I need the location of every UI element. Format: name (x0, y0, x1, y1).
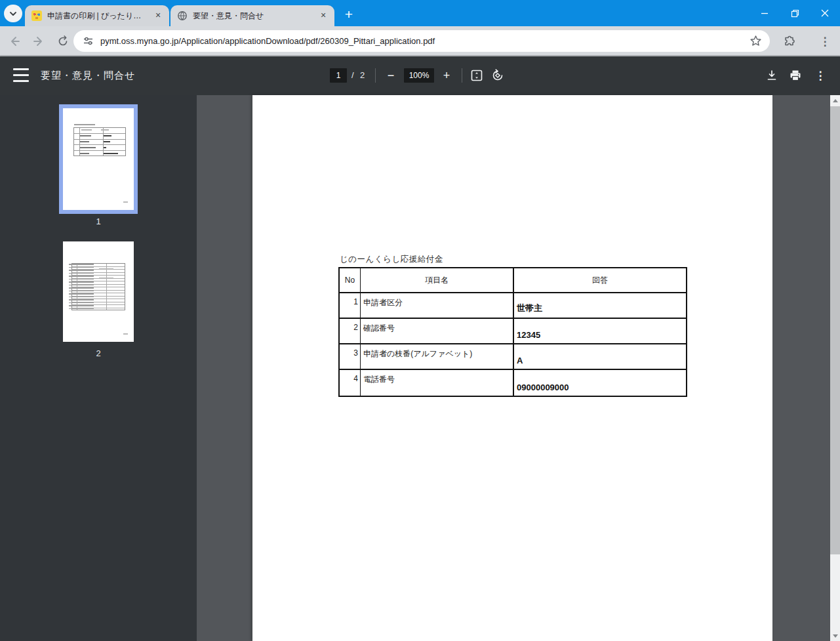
table-row-no: 1 (340, 293, 361, 319)
table-row-item: 確認番号 (361, 319, 514, 344)
column-header-no: No (340, 268, 361, 293)
thumbnail-page-1[interactable] (59, 104, 138, 214)
thumbnail-page-1-preview (63, 108, 134, 210)
forward-button[interactable] (30, 32, 48, 51)
tab-close-icon[interactable]: × (152, 10, 164, 22)
browser-titlebar: 申請書の印刷 | ぴったりサービス × 要望・意見・問合せ × + (0, 0, 840, 26)
pdf-menu-icon[interactable] (13, 68, 29, 82)
zoom-in-button[interactable]: + (438, 67, 455, 84)
back-button[interactable] (5, 32, 24, 51)
extensions-icon[interactable] (780, 32, 799, 51)
page-total: 2 (360, 70, 365, 80)
tab-close-icon[interactable]: × (317, 10, 329, 22)
pdf-content-area[interactable]: じのーんくらし応援給付金 No 項目名 回答 1 申請者区分 世帯主 2 確認番… (197, 95, 830, 641)
new-tab-button[interactable]: + (340, 6, 358, 24)
table-row-item: 申請者の枝番(アルファベット) (361, 344, 514, 370)
pdf-more-options-icon[interactable]: ⋮ (812, 67, 829, 84)
zoom-out-button[interactable]: − (382, 67, 399, 84)
page-separator: / (351, 70, 354, 80)
browser-tab-pittari[interactable]: 申請書の印刷 | ぴったりサービス × (25, 5, 169, 26)
table-row-item: 電話番号 (361, 370, 514, 396)
application-table: No 項目名 回答 1 申請者区分 世帯主 2 確認番号 12345 3 申請者… (338, 267, 687, 397)
scroll-down-button[interactable] (830, 631, 840, 641)
url-text[interactable]: pymt.oss.myna.go.jp/Application/applicat… (100, 36, 750, 46)
table-row-no: 4 (340, 370, 361, 396)
vertical-scrollbar[interactable] (830, 95, 840, 641)
column-header-answer: 回答 (514, 268, 686, 293)
minimize-button[interactable] (750, 0, 780, 26)
zoom-level-input[interactable]: 100% (404, 68, 434, 83)
table-row-answer: 09000009000 (514, 370, 686, 396)
browser-tab-inquiry[interactable]: 要望・意見・問合せ × (170, 5, 334, 26)
download-icon[interactable] (763, 67, 780, 84)
table-row-no: 3 (340, 344, 361, 370)
thumbnail-sidebar: 1 2 (0, 95, 197, 641)
fit-to-page-button[interactable] (468, 67, 485, 84)
scrollbar-thumb[interactable] (830, 106, 840, 554)
document-title: じのーんくらし応援給付金 (340, 254, 443, 265)
address-bar[interactable]: pymt.oss.myna.go.jp/Application/applicat… (73, 30, 770, 52)
table-row-answer: 世帯主 (514, 293, 686, 319)
pdf-page-1: じのーんくらし応援給付金 No 項目名 回答 1 申請者区分 世帯主 2 確認番… (252, 95, 772, 641)
restore-button[interactable] (780, 0, 810, 26)
pdf-viewer: 1 2 じのーんくらし応援給付金 No 項目名 回答 1 申請者区分 (0, 95, 840, 641)
globe-icon (177, 10, 188, 21)
browser-window: 申請書の印刷 | ぴったりサービス × 要望・意見・問合せ × + (0, 0, 840, 641)
close-window-button[interactable] (810, 0, 840, 26)
page-number-input[interactable]: 1 (330, 68, 347, 83)
table-row-answer: 12345 (514, 319, 686, 344)
window-controls (750, 0, 840, 26)
browser-menu-icon[interactable]: ⋮ (816, 32, 834, 51)
browser-toolbar: pymt.oss.myna.go.jp/Application/applicat… (0, 26, 840, 55)
thumbnail-page-2[interactable] (63, 241, 134, 342)
print-icon[interactable] (787, 67, 804, 84)
column-header-item: 項目名 (361, 268, 514, 293)
pdf-document-title: 要望・意見・問合せ (41, 70, 135, 82)
site-info-icon[interactable] (83, 35, 94, 47)
thumbnail-label-1: 1 (59, 217, 138, 226)
tab-title: 要望・意見・問合せ (193, 10, 313, 22)
table-row-no: 2 (340, 319, 361, 344)
toolbar-separator (462, 68, 462, 83)
thumbnail-label-2: 2 (59, 348, 138, 358)
toolbar-separator (375, 68, 376, 83)
table-row-answer: A (514, 344, 686, 370)
chevron-down-icon (9, 11, 17, 16)
table-row-item: 申請者区分 (361, 293, 514, 319)
rotate-button[interactable] (489, 67, 506, 84)
reload-button[interactable] (54, 32, 72, 51)
scroll-up-button[interactable] (830, 95, 840, 106)
tab-title: 申請書の印刷 | ぴったりサービス (47, 10, 148, 22)
bookmark-star-icon[interactable] (750, 35, 762, 47)
tab-search-button[interactable] (4, 5, 22, 22)
pittari-favicon-icon (31, 10, 42, 21)
